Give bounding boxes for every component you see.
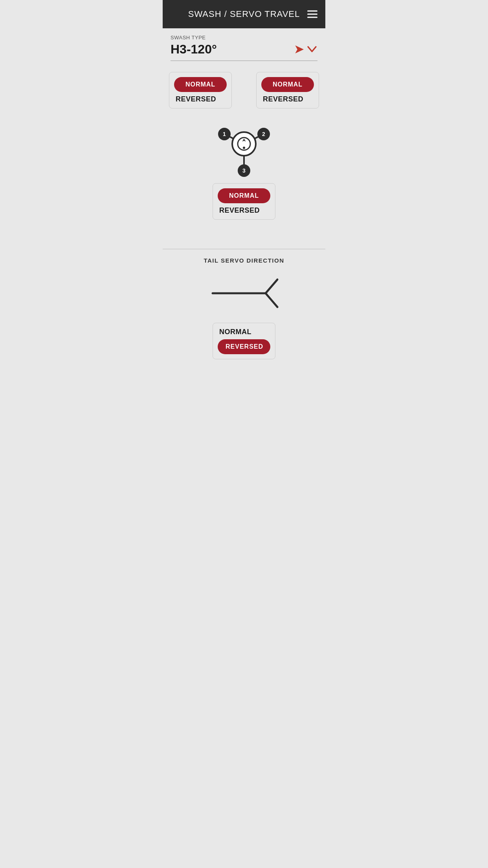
- svg-point-5: [243, 147, 245, 149]
- servo1-reversed-label[interactable]: REVERSED: [174, 95, 216, 103]
- svg-line-13: [266, 280, 277, 293]
- svg-text:1: 1: [223, 131, 226, 137]
- tail-servo-section: TAIL SERVO DIRECTION NORMAL REVERSED: [163, 249, 325, 367]
- servo2-card: NORMAL REVERSED: [256, 72, 319, 108]
- swash-type-section: SWASH TYPE H3-120° ➤: [163, 28, 325, 64]
- servo-top-row: NORMAL REVERSED NORMAL REVERSED: [169, 72, 319, 108]
- swash-type-value: H3-120°: [171, 42, 217, 57]
- swash-type-row[interactable]: H3-120° ➤: [171, 42, 317, 61]
- servo1-card: NORMAL REVERSED: [169, 72, 232, 108]
- tail-servo-normal-label[interactable]: NORMAL: [218, 328, 251, 336]
- tail-servo-reversed-button[interactable]: REVERSED: [218, 339, 270, 354]
- tail-servo-section-label: TAIL SERVO DIRECTION: [204, 257, 284, 264]
- svg-text:2: 2: [262, 131, 265, 137]
- svg-line-14: [266, 293, 277, 307]
- swashplate-svg: 1 2 3: [209, 108, 279, 179]
- swashplate-diagram: 1 2 3: [169, 108, 319, 179]
- servo1-normal-button[interactable]: NORMAL: [174, 77, 227, 92]
- swash-type-label: SWASH TYPE: [171, 35, 317, 40]
- menu-button[interactable]: [307, 11, 317, 18]
- servo-area: NORMAL REVERSED NORMAL REVERSED: [163, 64, 325, 245]
- tail-rotor-diagram: [205, 272, 283, 315]
- main-content: SWASH TYPE H3-120° ➤ NORMAL REVERSED NOR…: [163, 28, 325, 367]
- servo2-reversed-label[interactable]: REVERSED: [261, 95, 303, 103]
- servo3-normal-button[interactable]: NORMAL: [218, 188, 270, 203]
- tail-servo-card: NORMAL REVERSED: [213, 323, 275, 359]
- servo-bottom-row: NORMAL REVERSED: [169, 183, 319, 220]
- servo3-reversed-label[interactable]: REVERSED: [218, 206, 260, 215]
- header-title: SWASH / SERVO TRAVEL: [188, 9, 300, 19]
- chevron-down-icon[interactable]: ➤: [294, 43, 317, 56]
- svg-text:3: 3: [242, 167, 246, 174]
- servo3-card: NORMAL REVERSED: [213, 183, 275, 220]
- app-header: SWASH / SERVO TRAVEL: [163, 0, 325, 28]
- servo2-normal-button[interactable]: NORMAL: [261, 77, 314, 92]
